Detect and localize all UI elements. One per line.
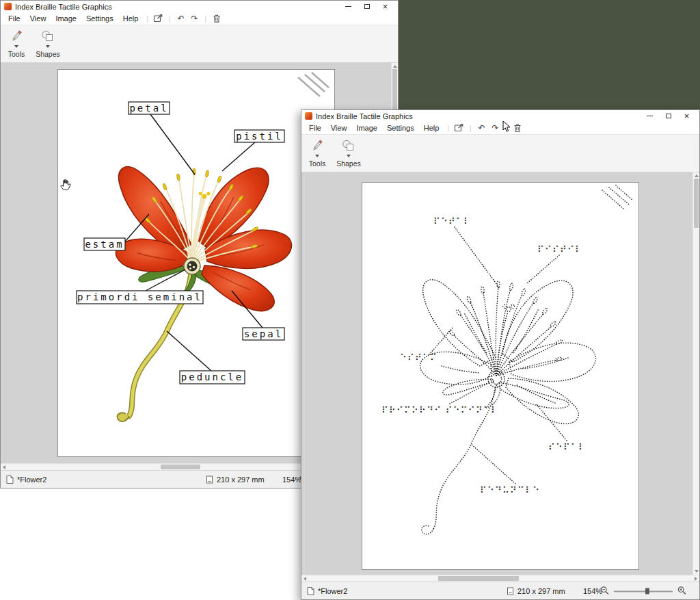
canvas-area[interactable]: ⠏⠑⠞⠁⠇ ⠏⠊⠎⠞⠊⠇ ⠑⠎⠞⠁⠍ ⠏⠗⠊⠍⠕⠗⠙⠊ ⠎⠑⠍⠊⠝⠁⠇ ⠎⠑⠏⠁…: [301, 172, 699, 575]
menu-settings[interactable]: Settings: [382, 124, 419, 132]
close-button[interactable]: ×: [376, 1, 394, 12]
menu-view[interactable]: View: [25, 14, 51, 23]
undo-icon[interactable]: ↶: [174, 14, 188, 23]
menu-image[interactable]: Image: [351, 124, 382, 132]
close-icon: ×: [684, 112, 690, 120]
horizontal-scrollbar[interactable]: [301, 575, 699, 582]
scrollbar-thumb[interactable]: [161, 465, 200, 469]
scroll-right-arrow[interactable]: [695, 577, 697, 581]
zoom-level: 154%: [282, 475, 301, 484]
menu-help[interactable]: Help: [419, 124, 444, 132]
tools-label: Tools: [8, 50, 25, 58]
undo-icon[interactable]: ↶: [475, 124, 489, 132]
tools-button[interactable]: Tools: [3, 27, 29, 58]
window-tactile[interactable]: Index Braille Tactile Graphics × File Vi…: [301, 109, 700, 600]
page-size: 210 x 297 mm: [217, 475, 265, 484]
redo-icon[interactable]: ↷: [489, 124, 502, 132]
status-bar: *Flower2 210 x 297 mm 154%: [301, 582, 699, 599]
label-sepal[interactable]: sepal: [243, 328, 284, 340]
menu-image[interactable]: Image: [51, 14, 81, 23]
braille-label-peduncle: ⠏⠑⠙⠥⠝⠉⠇⠑: [480, 485, 540, 495]
scroll-down-arrow[interactable]: [695, 570, 699, 573]
document-page[interactable]: ⠏⠑⠞⠁⠇ ⠏⠊⠎⠞⠊⠇ ⠑⠎⠞⠁⠍ ⠏⠗⠊⠍⠕⠗⠙⠊ ⠎⠑⠍⠊⠝⠁⠇ ⠎⠑⠏⠁…: [362, 182, 639, 570]
tools-button[interactable]: Tools: [304, 137, 330, 168]
shapes-label: Shapes: [336, 159, 361, 168]
window-controls: ×: [339, 1, 394, 12]
maximize-button[interactable]: [659, 111, 677, 122]
close-button[interactable]: ×: [677, 111, 696, 122]
scroll-left-arrow[interactable]: [3, 465, 5, 469]
scrollbar-thumb[interactable]: [392, 69, 397, 112]
menu-file[interactable]: File: [3, 14, 25, 23]
minimize-icon: [345, 6, 351, 7]
redo-icon[interactable]: ↷: [188, 14, 202, 23]
svg-text:peduncle: peduncle: [181, 371, 243, 382]
pencil-icon: [9, 29, 24, 44]
trash-icon[interactable]: [511, 123, 524, 133]
document-icon: [6, 475, 14, 484]
zoom-level: 154%: [583, 587, 602, 595]
maximize-button[interactable]: [358, 1, 376, 12]
close-icon: ×: [383, 2, 388, 11]
zoom-slider-thumb[interactable]: [645, 588, 649, 594]
braille-label-pistil: ⠏⠊⠎⠞⠊⠇: [537, 244, 582, 255]
menu-settings[interactable]: Settings: [81, 14, 118, 23]
print-icon[interactable]: [453, 123, 466, 133]
document-page[interactable]: petal pistil estam primordi seminal sepa…: [57, 69, 335, 457]
svg-text:primordi seminal: primordi seminal: [77, 291, 202, 302]
braille-label-sepal: ⠎⠑⠏⠁⠇: [548, 442, 586, 452]
scroll-left-arrow[interactable]: [304, 577, 306, 581]
toolbar: Tools Shapes: [1, 25, 398, 63]
print-icon[interactable]: [152, 14, 165, 23]
page-format-icon: [507, 586, 514, 595]
chevron-down-icon[interactable]: [14, 45, 18, 48]
label-petal[interactable]: petal: [129, 102, 170, 114]
pencil-icon: [310, 138, 325, 153]
menu-separator: |: [444, 125, 453, 132]
menu-file[interactable]: File: [304, 124, 326, 132]
page-corner-mark: [602, 185, 633, 209]
menu-help[interactable]: Help: [118, 14, 144, 23]
scroll-up-arrow[interactable]: [393, 65, 397, 68]
label-pistil[interactable]: pistil: [234, 130, 284, 142]
window-title: Index Braille Tactile Graphics: [15, 3, 112, 11]
trash-icon[interactable]: [210, 14, 224, 23]
vertical-scrollbar[interactable]: [692, 172, 699, 575]
label-leader-lines: [429, 227, 567, 484]
tools-label: Tools: [309, 159, 326, 168]
page-size: 210 x 297 mm: [517, 587, 565, 595]
scrollbar-thumb[interactable]: [694, 179, 699, 228]
filename: *Flower2: [17, 475, 46, 484]
menu-separator: |: [202, 15, 211, 23]
label-peduncle[interactable]: peduncle: [180, 371, 245, 384]
scroll-up-arrow[interactable]: [695, 174, 699, 177]
zoom-out-icon[interactable]: [600, 586, 609, 596]
menu-separator: |: [466, 125, 475, 132]
chevron-down-icon[interactable]: [46, 45, 50, 48]
menu-bar: File View Image Settings Help | | ↶ ↷ |: [301, 122, 699, 134]
shapes-icon: [40, 29, 55, 44]
minimize-button[interactable]: [641, 111, 659, 122]
menu-separator: |: [143, 15, 152, 23]
chevron-down-icon[interactable]: [315, 155, 319, 157]
app-icon: [4, 3, 12, 10]
shapes-button[interactable]: Shapes: [35, 27, 61, 58]
scrollbar-thumb[interactable]: [438, 576, 519, 581]
chevron-down-icon[interactable]: [347, 155, 351, 157]
menu-view[interactable]: View: [326, 124, 352, 132]
label-estam[interactable]: estam: [84, 238, 125, 250]
title-bar[interactable]: Index Braille Tactile Graphics ×: [1, 1, 398, 12]
label-primordi-seminal[interactable]: primordi seminal: [77, 291, 203, 304]
svg-text:pistil: pistil: [236, 131, 283, 142]
minimize-button[interactable]: [339, 1, 358, 12]
zoom-in-icon[interactable]: [677, 586, 686, 596]
shapes-button[interactable]: Shapes: [336, 137, 362, 168]
minimize-icon: [647, 116, 653, 116]
window-controls: ×: [641, 111, 696, 122]
braille-label-petal: ⠏⠑⠞⠁⠇: [433, 216, 471, 226]
zoom-slider[interactable]: [614, 587, 673, 595]
title-bar[interactable]: Index Braille Tactile Graphics ×: [301, 110, 699, 122]
document-icon: [307, 586, 314, 595]
svg-text:petal: petal: [129, 103, 168, 114]
toolbar: Tools Shapes: [301, 134, 699, 172]
